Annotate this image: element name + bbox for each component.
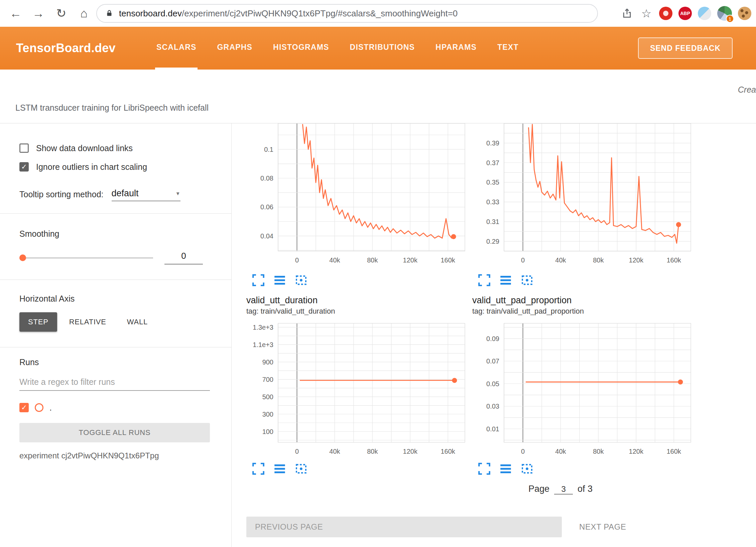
menu-lines-icon[interactable] — [499, 273, 513, 287]
menu-lines-icon[interactable] — [273, 273, 287, 287]
smoothing-label: Smoothing — [19, 229, 218, 239]
fit-domain-icon[interactable] — [294, 273, 308, 287]
svg-text:40k: 40k — [555, 448, 566, 455]
browser-chrome: ← → ↻ ⌂ tensorboard.dev/experiment/cj2vt… — [0, 0, 756, 27]
page-label: Page — [528, 484, 549, 494]
tab-hparams[interactable]: HPARAMS — [434, 27, 478, 70]
forward-icon[interactable]: → — [31, 6, 45, 20]
svg-text:80k: 80k — [367, 448, 378, 455]
chart-toolbar — [477, 462, 534, 476]
chart-title: valid_utt_duration — [246, 295, 335, 306]
svg-text:0.09: 0.09 — [486, 335, 499, 342]
svg-text:1.3e+3: 1.3e+3 — [253, 324, 273, 331]
svg-text:120k: 120k — [403, 448, 418, 455]
smoothing-slider-row: 0 — [19, 251, 218, 264]
tooltip-sorting-dropdown[interactable]: default ▼ — [112, 188, 180, 201]
tab-distributions[interactable]: DISTRIBUTIONS — [349, 27, 416, 70]
svg-text:160k: 160k — [667, 256, 681, 264]
svg-text:40k: 40k — [329, 448, 340, 455]
chart-valid-utt-duration[interactable]: 1003005007009001.1e+31.3e+3040k80k120k16… — [246, 320, 467, 458]
axis-step-button[interactable]: STEP — [19, 312, 57, 332]
chart-toolbar — [251, 273, 308, 287]
axis-wall-button[interactable]: WALL — [118, 312, 156, 332]
svg-text:0.08: 0.08 — [260, 175, 273, 182]
show-download-links-checkbox[interactable] — [19, 143, 29, 153]
page-number-input[interactable] — [554, 484, 573, 495]
previous-page-button[interactable]: PREVIOUS PAGE — [246, 517, 562, 537]
send-feedback-button[interactable]: SEND FEEDBACK — [638, 37, 733, 59]
fit-domain-icon[interactable] — [294, 462, 308, 476]
svg-text:0.06: 0.06 — [260, 203, 273, 211]
run-row: ✓ . — [19, 402, 218, 414]
chart-valid-utt-pad-proportion[interactable]: 0.010.030.050.070.09040k80k120k160k — [472, 320, 693, 458]
svg-text:300: 300 — [262, 411, 273, 418]
tab-graphs[interactable]: GRAPHS — [216, 27, 254, 70]
svg-text:80k: 80k — [593, 256, 604, 264]
chart-top-right[interactable]: 0.290.310.330.350.370.39040k80k120k160k — [472, 123, 693, 267]
next-page-button[interactable]: NEXT PAGE — [573, 517, 633, 537]
extension-icon[interactable] — [698, 7, 711, 20]
slider-thumb[interactable] — [19, 254, 26, 261]
app-header: TensorBoard.dev SCALARS GRAPHS HISTOGRAM… — [0, 27, 756, 70]
svg-text:1.1e+3: 1.1e+3 — [253, 341, 273, 348]
axis-relative-button[interactable]: RELATIVE — [60, 312, 115, 332]
fit-domain-icon[interactable] — [520, 273, 534, 287]
notification-badge: 1 — [726, 15, 734, 23]
horizontal-axis-section: Horizontal Axis STEP RELATIVE WALL — [0, 280, 231, 347]
fullscreen-icon[interactable] — [251, 273, 265, 287]
share-icon[interactable] — [620, 7, 634, 20]
subheader: Crea LSTM transducer training for LibriS… — [0, 70, 756, 123]
menu-lines-icon[interactable] — [499, 462, 513, 476]
general-settings-section: Show data download links ✓ Ignore outlie… — [0, 123, 231, 214]
svg-text:120k: 120k — [629, 448, 644, 455]
fullscreen-icon[interactable] — [477, 462, 491, 476]
show-download-links-row: Show data download links — [19, 141, 218, 155]
smoothing-value-input[interactable]: 0 — [164, 251, 203, 264]
bookmark-star-icon[interactable]: ☆ — [640, 7, 653, 20]
chevron-down-icon: ▼ — [175, 191, 180, 196]
tab-histograms[interactable]: HISTOGRAMS — [272, 27, 330, 70]
cookie-icon[interactable] — [738, 7, 751, 20]
ignore-outliers-label: Ignore outliers in chart scaling — [36, 162, 147, 172]
chart-top-left[interactable]: 0.040.060.080.1040k80k120k160k — [246, 123, 467, 267]
fit-domain-icon[interactable] — [520, 462, 534, 476]
home-icon[interactable]: ⌂ — [77, 6, 91, 20]
back-icon[interactable]: ← — [9, 6, 23, 20]
profile-avatar[interactable]: 1 — [717, 6, 732, 21]
adblock-extension-icon[interactable] — [659, 7, 672, 20]
svg-text:0.07: 0.07 — [486, 357, 499, 365]
tab-scalars[interactable]: SCALARS — [155, 27, 198, 70]
tab-text[interactable]: TEXT — [496, 27, 520, 70]
svg-text:0: 0 — [521, 256, 525, 264]
svg-text:160k: 160k — [441, 256, 456, 264]
top-nav: SCALARS GRAPHS HISTOGRAMS DISTRIBUTIONS … — [155, 27, 520, 70]
fullscreen-icon[interactable] — [477, 273, 491, 287]
fullscreen-icon[interactable] — [251, 462, 265, 476]
svg-text:0.01: 0.01 — [486, 425, 499, 433]
svg-text:0.05: 0.05 — [486, 380, 499, 388]
chart-toolbar — [477, 273, 534, 287]
toggle-all-runs-button[interactable]: TOGGLE ALL RUNS — [19, 423, 210, 442]
menu-lines-icon[interactable] — [273, 462, 287, 476]
chart-header: valid_utt_pad_proportion tag: train/vali… — [472, 295, 584, 317]
svg-text:160k: 160k — [667, 448, 681, 455]
smoothing-slider[interactable] — [19, 251, 153, 264]
abp-extension-icon[interactable]: ABP — [678, 7, 692, 20]
pagination: Page of 3 — [528, 484, 593, 495]
svg-text:0: 0 — [295, 448, 299, 455]
lock-icon — [105, 9, 114, 18]
ignore-outliers-checkbox[interactable]: ✓ — [19, 162, 29, 172]
run-color-circle[interactable] — [35, 403, 43, 412]
svg-text:0.33: 0.33 — [486, 198, 499, 206]
svg-text:0.1: 0.1 — [264, 146, 273, 153]
tooltip-sorting-label: Tooltip sorting method: — [19, 190, 104, 201]
brand-title[interactable]: TensorBoard.dev — [16, 41, 116, 55]
chart-tag: tag: train/valid_utt_duration — [246, 306, 335, 317]
ignore-outliers-row: ✓ Ignore outliers in chart scaling — [19, 160, 218, 174]
svg-text:40k: 40k — [555, 256, 566, 264]
runs-filter-input[interactable] — [19, 376, 210, 391]
svg-text:0: 0 — [295, 256, 299, 264]
url-bar[interactable]: tensorboard.dev/experiment/cj2vtPiwQHKN9… — [96, 4, 598, 23]
run-checkbox[interactable]: ✓ — [19, 403, 29, 412]
reload-icon[interactable]: ↻ — [54, 6, 68, 20]
